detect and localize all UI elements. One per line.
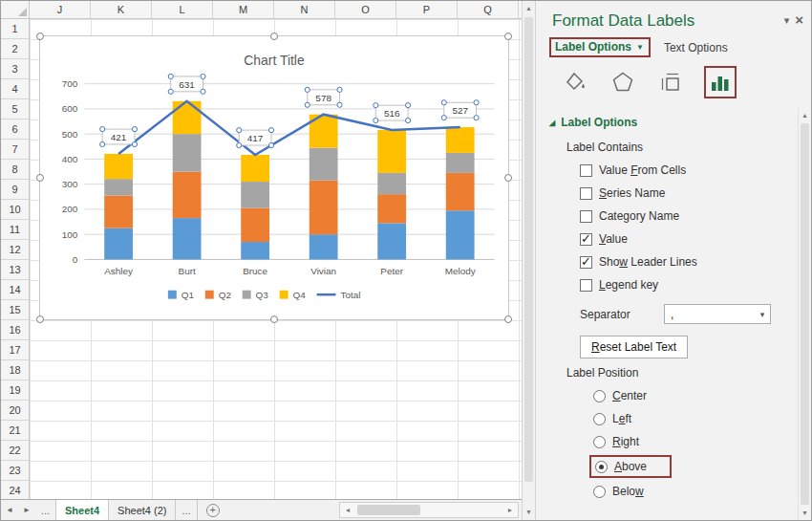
collapse-triangle-icon: ◢: [549, 119, 555, 127]
size-properties-icon[interactable]: [656, 68, 685, 97]
row-header-19[interactable]: 19: [1, 380, 29, 401]
pane-scrollbar[interactable]: ▲ ▼: [798, 108, 811, 520]
row-header-10[interactable]: 10: [1, 200, 29, 220]
column-header-N[interactable]: N: [274, 1, 335, 18]
row-header-14[interactable]: 14: [1, 280, 29, 300]
select-all-button[interactable]: [1, 1, 30, 19]
pane-options-chevron-icon[interactable]: ▾: [784, 11, 790, 27]
radio-label: Center: [612, 389, 647, 402]
embedded-chart[interactable]: Chart Title0100200300400500600700AshleyB…: [39, 35, 509, 320]
chart-resize-handle[interactable]: [270, 33, 278, 40]
h-scroll-track[interactable]: [355, 503, 502, 517]
radio-above[interactable]: Above: [536, 453, 798, 480]
sheet-overflow-right[interactable]: ...: [176, 500, 197, 520]
scroll-up-icon[interactable]: ▲: [523, 1, 535, 16]
checkbox-show-leader-lines[interactable]: Show Leader Lines: [536, 250, 798, 273]
row-header-18[interactable]: 18: [1, 360, 29, 380]
svg-text:Q2: Q2: [219, 290, 232, 300]
reset-label-text-button[interactable]: Reset Label Text: [580, 336, 688, 358]
radio-below[interactable]: Below: [536, 480, 798, 503]
svg-text:578: 578: [315, 93, 331, 103]
pane-scroll-up-icon[interactable]: ▲: [799, 108, 811, 122]
row-header-21[interactable]: 21: [1, 421, 29, 441]
scroll-down-icon[interactable]: ▼: [523, 505, 535, 520]
svg-text:527: 527: [452, 105, 468, 116]
column-header-L[interactable]: L: [152, 1, 213, 18]
row-header-17[interactable]: 17: [1, 340, 29, 360]
row-header-6[interactable]: 6: [1, 119, 29, 140]
checkbox-value-from-cells[interactable]: Value From Cells: [536, 159, 798, 182]
vertical-scrollbar[interactable]: ▲ ▼: [522, 1, 536, 520]
radio-right[interactable]: Right: [536, 430, 798, 453]
checkbox-value[interactable]: Value: [536, 228, 798, 250]
row-header-13[interactable]: 13: [1, 260, 29, 280]
chart-resize-handle[interactable]: [504, 315, 512, 323]
chart-resize-handle[interactable]: [504, 33, 512, 40]
column-header-O[interactable]: O: [335, 1, 396, 18]
horizontal-scrollbar[interactable]: ◄ ►: [339, 502, 519, 518]
pane-close-icon[interactable]: ×: [795, 11, 803, 28]
checkbox-series-name[interactable]: Series Name: [536, 182, 798, 205]
chart-resize-handle[interactable]: [270, 315, 278, 323]
chart-svg[interactable]: Chart Title0100200300400500600700AshleyB…: [40, 36, 508, 319]
fill-line-icon[interactable]: [561, 68, 589, 97]
scroll-right-icon[interactable]: ►: [502, 507, 518, 513]
sheet-tab-sheet4-2[interactable]: Sheet4 (2): [109, 500, 176, 520]
tab-label-options[interactable]: Label Options ▼: [549, 37, 651, 57]
column-header-J[interactable]: J: [30, 1, 91, 18]
chart-resize-handle[interactable]: [36, 33, 44, 40]
radio-circle: [593, 436, 606, 448]
checkbox-category-name[interactable]: Category Name: [536, 205, 798, 228]
svg-text:Burt: Burt: [179, 266, 196, 276]
format-data-labels-pane: Format Data Labels ▾ × Label Options ▼ T…: [536, 1, 811, 520]
row-header-12[interactable]: 12: [1, 240, 29, 260]
row-header-20[interactable]: 20: [1, 401, 29, 421]
section-label-options[interactable]: ◢ Label Options: [536, 108, 798, 137]
row-header-16[interactable]: 16: [1, 320, 29, 340]
row-header-9[interactable]: 9: [1, 180, 29, 200]
effects-icon[interactable]: [609, 68, 637, 97]
svg-text:Total: Total: [340, 290, 360, 300]
row-header-15[interactable]: 15: [1, 300, 29, 320]
row-header-23[interactable]: 23: [1, 461, 29, 481]
sheet-overflow-left[interactable]: ...: [35, 500, 56, 520]
excel-window: JKLMNOPQ 1234567891011121314151617181920…: [0, 0, 812, 521]
chart-resize-handle[interactable]: [36, 315, 44, 323]
column-header-K[interactable]: K: [91, 1, 152, 18]
row-header-24[interactable]: 24: [1, 481, 29, 499]
h-scroll-thumb[interactable]: [357, 505, 420, 515]
chart-resize-handle[interactable]: [36, 174, 44, 182]
separator-dropdown[interactable]: , ▾: [664, 304, 771, 324]
row-header-5[interactable]: 5: [1, 99, 29, 119]
pane-header: Format Data Labels ▾ ×: [536, 1, 811, 31]
row-header-11[interactable]: 11: [1, 220, 29, 240]
row-header-3[interactable]: 3: [1, 59, 29, 79]
column-header-Q[interactable]: Q: [458, 1, 519, 18]
chart-resize-handle[interactable]: [504, 174, 512, 182]
sheet-nav-next-icon[interactable]: ►: [18, 506, 35, 514]
pane-scroll-down-icon[interactable]: ▼: [799, 506, 811, 520]
tab-text-options[interactable]: Text Options: [664, 41, 728, 54]
radio-left[interactable]: Left: [536, 407, 798, 430]
column-header-P[interactable]: P: [396, 1, 458, 18]
add-sheet-button[interactable]: +: [206, 504, 220, 517]
radio-circle: [593, 413, 606, 425]
sheet-tab-sheet4[interactable]: Sheet4: [56, 500, 109, 520]
row-header-4[interactable]: 4: [1, 79, 29, 99]
row-header-2[interactable]: 2: [1, 39, 29, 59]
v-scroll-thumb[interactable]: [524, 17, 533, 482]
sheet-nav-prev-icon[interactable]: ◄: [1, 506, 18, 514]
svg-text:400: 400: [62, 154, 78, 164]
radio-center[interactable]: Center: [536, 384, 798, 407]
svg-text:700: 700: [62, 78, 78, 89]
column-header-M[interactable]: M: [213, 1, 274, 18]
row-header-1[interactable]: 1: [1, 19, 29, 39]
row-header-8[interactable]: 8: [1, 160, 29, 180]
row-header-22[interactable]: 22: [1, 441, 29, 461]
svg-text:Vivian: Vivian: [310, 266, 336, 276]
scroll-left-icon[interactable]: ◄: [340, 507, 355, 513]
row-header-7[interactable]: 7: [1, 140, 29, 160]
series-options-chart-icon[interactable]: [704, 66, 737, 98]
checkbox-legend-key[interactable]: Legend key: [536, 273, 798, 296]
pane-scroll-thumb[interactable]: [801, 123, 809, 505]
